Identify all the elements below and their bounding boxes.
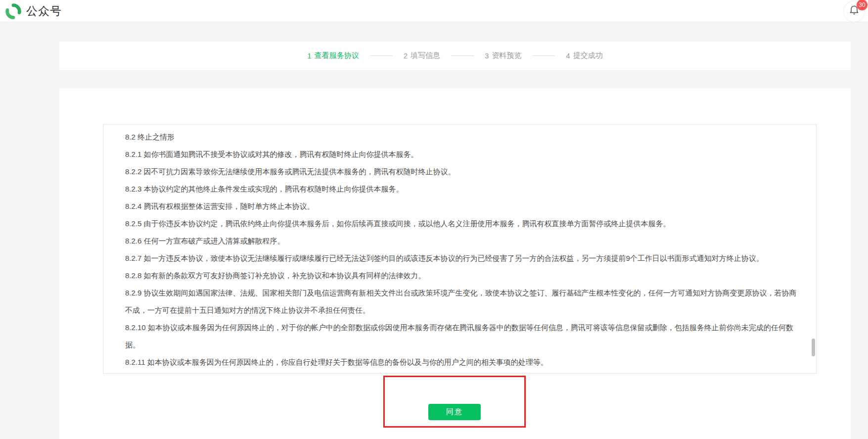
top-header: 公众号 30 <box>0 0 868 22</box>
official-accounts-logo-icon <box>5 3 22 20</box>
step-label: 填写信息 <box>411 51 440 60</box>
agreement-paragraph: 8.2.9 协议生效期间如遇国家法律、法规、国家相关部门及电信运营商有新相关文件… <box>125 284 797 319</box>
step-number: 1 <box>307 51 311 60</box>
step-label: 查看服务协议 <box>315 51 359 60</box>
agreement-paragraph: 8.2.1 如你书面通知腾讯不接受本协议或对其的修改，腾讯有权随时终止向你提供本… <box>125 146 797 163</box>
step-preview: 3 资料预览 <box>485 51 521 60</box>
step-view-agreement: 1 查看服务协议 <box>307 51 359 60</box>
agreement-paragraph: 8.2.10 如本协议或本服务因为任何原因终止的，对于你的帐户中的全部数据或你因… <box>125 319 797 353</box>
step-separator <box>370 55 393 56</box>
agreement-paragraph: 8.2 终止之情形 <box>125 128 797 146</box>
notification-count-badge: 30 <box>857 0 868 10</box>
step-number: 3 <box>485 51 489 60</box>
step-label: 提交成功 <box>573 51 603 60</box>
step-fill-info: 2 填写信息 <box>404 51 440 60</box>
agreement-paragraph: 8.2.11 如本协议或本服务因为任何原因终止的，你应自行处理好关于数据等信息的… <box>125 353 797 371</box>
scrollbar-thumb[interactable] <box>812 339 815 356</box>
agreement-paragraph: 8.2.8 如有新的条款双方可友好协商签订补充协议，补充协议和本协议具有同样的法… <box>125 267 797 284</box>
app-title: 公众号 <box>26 2 62 20</box>
agreement-scroll-area[interactable]: 8.2 终止之情形 8.2.1 如你书面通知腾讯不接受本协议或对其的修改，腾讯有… <box>103 124 817 374</box>
agreement-card: 8.2 终止之情形 8.2.1 如你书面通知腾讯不接受本协议或对其的修改，腾讯有… <box>59 89 851 439</box>
registration-stepper: 1 查看服务协议 2 填写信息 3 资料预览 4 提交成功 <box>59 42 851 70</box>
step-number: 2 <box>404 51 408 60</box>
agree-button[interactable]: 同意 <box>428 404 481 420</box>
notifications-button[interactable]: 30 <box>843 0 865 22</box>
step-submit-success: 4 提交成功 <box>566 51 602 60</box>
step-separator <box>451 55 474 56</box>
agreement-paragraph: 8.2.3 本协议约定的其他终止条件发生或实现的，腾讯有权随时终止向你提供本服务… <box>125 180 797 197</box>
agreement-paragraph: 8.2.2 因不可抗力因素导致你无法继续使用本服务或腾讯无法提供本服务的，腾讯有… <box>125 163 797 180</box>
agreement-paragraph: 8.2.6 任何一方宣布破产或进入清算或解散程序。 <box>125 232 797 249</box>
step-separator <box>532 55 555 56</box>
step-number: 4 <box>566 51 570 60</box>
agreement-paragraph: 8.2.4 腾讯有权根据整体运营安排，随时单方终止本协议。 <box>125 197 797 215</box>
app-logo[interactable]: 公众号 <box>5 2 62 20</box>
step-label: 资料预览 <box>492 51 521 60</box>
agreement-paragraph: 8.2.7 如一方违反本协议，致使本协议无法继续履行或继续履行已经无法达到签约目… <box>125 249 797 267</box>
agreement-paragraph: 8.2.5 由于你违反本协议约定，腾讯依约终止向你提供本服务后，如你后续再直接或… <box>125 215 797 232</box>
